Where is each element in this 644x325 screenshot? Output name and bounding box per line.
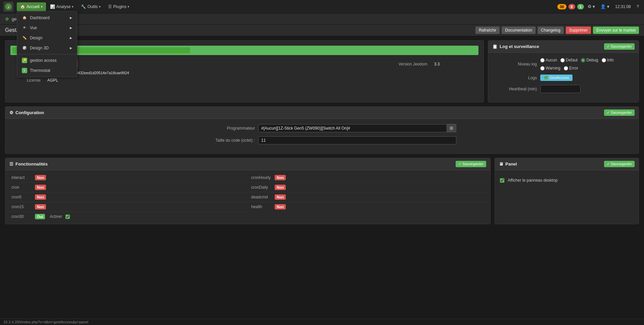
- fonct-title-text: Fonctionnalités: [15, 161, 48, 167]
- svg-text:J: J: [8, 6, 9, 9]
- license-value: AGPL: [44, 77, 387, 84]
- fonct-save-button[interactable]: ✓ Sauvegarder: [456, 161, 486, 167]
- version-jeedom-value: 3.3: [431, 59, 478, 69]
- brand[interactable]: J: [3, 2, 13, 12]
- plugins-button[interactable]: ☰ Plugins ▾: [105, 2, 133, 11]
- heartbeat-input[interactable]: [540, 85, 581, 93]
- dropdown-item-dashboard[interactable]: 🏠 Dashboard ▶: [17, 13, 77, 23]
- nav-menu: 🏠 Accueil ▾ 🏠 Dashboard ▶ 👁 Vue ▶ ✏️ Des…: [17, 2, 557, 11]
- user-button[interactable]: 👤 ▾: [599, 3, 611, 10]
- fonct-grid: interact Non cron Non cron5 Non cron15: [8, 173, 488, 221]
- fonct-title: ☰ Fonctionnalités: [9, 161, 48, 167]
- error-label: Error: [569, 66, 578, 71]
- documentation-button[interactable]: Documentation: [502, 27, 536, 34]
- dropdown-item-thermostat[interactable]: 🌡 Thermostat: [17, 65, 77, 76]
- afficher-checkbox[interactable]: [500, 178, 504, 183]
- dropdown-divider: [17, 54, 77, 54]
- fonct-cron30: cron30 Oui Activer: [8, 212, 248, 221]
- fonct-heading: ☰ Fonctionnalités ✓ Sauvegarder: [5, 158, 490, 170]
- chevron-down-icon-plugins: ▾: [128, 5, 129, 8]
- fonct-interact: interact Non: [8, 173, 248, 183]
- panel-section: 🖥 Panel ✓ Sauvegarder Afficher le pannea…: [495, 158, 639, 224]
- desactiver-cell: ✕ Désactiver: [44, 59, 387, 69]
- nav-item-accueil[interactable]: 🏠 Accueil ▾ 🏠 Dashboard ▶ 👁 Vue ▶ ✏️ Des…: [17, 2, 46, 11]
- rafraichir-button[interactable]: Rafraîchir: [475, 27, 500, 34]
- version-value: 14446914c3ad800432eed1d20514e7a18cae9924: [44, 69, 387, 77]
- radio-debug[interactable]: Debug: [581, 58, 598, 62]
- log-icon: 📋: [492, 44, 498, 49]
- cron15-label: cron15: [11, 204, 32, 209]
- navbar: J 🏠 Accueil ▾ 🏠 Dashboard ▶ 👁 Vue ▶: [0, 0, 644, 13]
- dropdown-item-design[interactable]: ✏️ Design ▶: [17, 33, 77, 43]
- clock-display: 12:31:08: [613, 4, 633, 9]
- plugins-label: Plugins: [113, 4, 126, 9]
- license-value-cell: [431, 69, 478, 77]
- panel-save-button[interactable]: ✓ Sauvegarder: [604, 161, 635, 167]
- dropdown-item-design3d[interactable]: 🎲 Design 3D ▶: [17, 43, 77, 53]
- accueil-dropdown: 🏠 Dashboard ▶ 👁 Vue ▶ ✏️ Design ▶ 🎲 Desi…: [17, 11, 77, 77]
- taille-input[interactable]: [258, 136, 456, 144]
- logo-icon: J: [3, 2, 13, 12]
- config-panel-heading: ⚙ Configuration ✓ Sauvegarder: [5, 107, 639, 119]
- radio-defaut[interactable]: Defaut: [560, 58, 578, 62]
- chevron-down-icon-outils: ▾: [99, 5, 101, 8]
- radio-error-input[interactable]: [564, 66, 568, 71]
- warning-label: Warning: [546, 66, 560, 71]
- envoyer-button[interactable]: Envoyer sur le market: [593, 27, 639, 34]
- logs-row: Logs 🌿 GestAccess: [493, 75, 634, 81]
- programmateur-row: Programmateur ⊞: [188, 124, 456, 132]
- badge-updates[interactable]: 1: [577, 4, 584, 9]
- cron-badge: Non: [35, 185, 46, 190]
- radio-aucun-input[interactable]: [540, 58, 545, 62]
- nav-item-outils[interactable]: 🔧 Outils ▾: [78, 2, 104, 11]
- changelog-button[interactable]: Changelog: [538, 27, 564, 34]
- radio-defaut-input[interactable]: [560, 58, 565, 62]
- gestion-access-label: gestion access: [30, 58, 56, 63]
- plugins-icon: ☰: [108, 4, 112, 9]
- main-content: Action ✕ Désactiver Version Jeedom 3.3 V…: [0, 36, 644, 228]
- activer-checkbox[interactable]: [65, 215, 70, 219]
- debug-label: Debug: [586, 58, 598, 62]
- supprimer-button[interactable]: Supprimer: [566, 27, 591, 34]
- nav-item-plugins[interactable]: ☰ Plugins ▾: [105, 2, 133, 11]
- analyse-button[interactable]: 📊 Analyse ▾: [47, 2, 77, 11]
- log-level-radio-group: Aucun Defaut Debug Info: [540, 58, 634, 71]
- cron5-label: cron5: [11, 195, 32, 199]
- radio-info-input[interactable]: [602, 58, 606, 62]
- dropdown-item-gestion-access[interactable]: 🔑 gestion access: [17, 55, 77, 65]
- dropdown-item-vue[interactable]: 👁 Vue ▶: [17, 23, 77, 33]
- fonct-cron15: cron15 Non: [8, 202, 248, 212]
- activer-label: Activer: [50, 214, 62, 219]
- cron30-badge: Oui: [35, 214, 45, 219]
- accueil-menu-button[interactable]: 🏠 Accueil ▾: [17, 2, 46, 11]
- vue-icon: 👁: [22, 25, 27, 31]
- action-buttons: Rafraîchir Documentation Changelog Suppr…: [475, 27, 639, 34]
- thermostat-label: Thermostat: [30, 68, 50, 73]
- log-save-button[interactable]: ✓ Sauvegarder: [604, 43, 635, 50]
- gear-button[interactable]: ⚙ ▾: [586, 3, 597, 10]
- dashboard-label: Dashboard: [30, 15, 50, 20]
- programmateur-addon[interactable]: ⊞: [447, 124, 456, 132]
- bottom-row: ☰ Fonctionnalités ✓ Sauvegarder interact…: [5, 158, 639, 224]
- badge-alerts[interactable]: 8: [568, 4, 575, 9]
- radio-warning-input[interactable]: [540, 66, 545, 71]
- nav-item-analyse[interactable]: 📊 Analyse ▾: [47, 2, 77, 11]
- config-icon: ⚙: [9, 110, 13, 115]
- gestaccess-log-button[interactable]: 🌿 GestAccess: [540, 75, 572, 81]
- taille-row: Taille du code (octet) :: [188, 136, 456, 144]
- panel-section-icon: 🖥: [499, 161, 503, 167]
- outils-button[interactable]: 🔧 Outils ▾: [78, 2, 104, 11]
- radio-info[interactable]: Info: [602, 58, 614, 62]
- radio-debug-input[interactable]: [581, 58, 585, 62]
- fonct-icon: ☰: [9, 161, 13, 167]
- config-save-button[interactable]: ✓ Sauvegarder: [604, 109, 635, 116]
- programmateur-input[interactable]: [258, 124, 447, 132]
- radio-error[interactable]: Error: [564, 66, 578, 71]
- radio-aucun[interactable]: Aucun: [540, 58, 557, 62]
- help-button[interactable]: ?: [635, 3, 641, 10]
- badge-notifications[interactable]: 30: [557, 4, 566, 9]
- radio-warning[interactable]: Warning: [540, 66, 560, 71]
- fonct-deadcmd: deadcmd Non: [248, 192, 488, 202]
- niveau-log-row: Niveau log Aucun Defaut Debug: [493, 58, 634, 71]
- deadcmd-label: deadcmd: [251, 195, 271, 199]
